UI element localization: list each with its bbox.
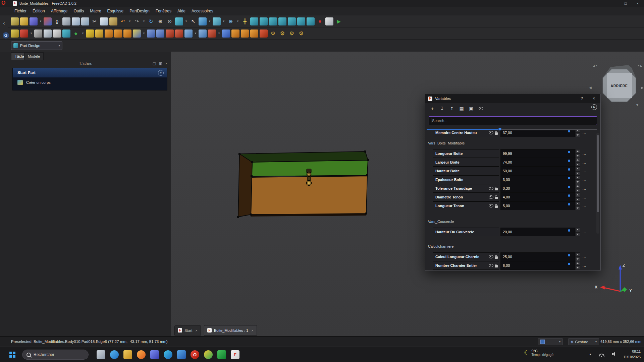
expression-editor-icon[interactable]: {} [53, 17, 61, 25]
copy-icon[interactable] [100, 17, 108, 25]
view-top-icon[interactable] [260, 17, 268, 25]
pocket-icon[interactable] [133, 29, 141, 38]
menu-item[interactable]: Fichier [11, 7, 30, 15]
pocket-dropdown-icon[interactable]: ▾ [142, 29, 146, 38]
mirrored-icon[interactable] [231, 29, 239, 38]
value-spinner[interactable] [575, 252, 580, 261]
rotate-left-icon[interactable]: ↶ [593, 64, 597, 69]
box-model[interactable] [237, 150, 369, 218]
variable-name-cell[interactable]: Largeur Boite [433, 158, 499, 167]
refresh-icon[interactable]: ↻ [147, 17, 155, 25]
file-explorer-icon[interactable] [123, 350, 132, 359]
variable-value-cell[interactable]: 3,00 [500, 175, 575, 184]
view-rear-icon[interactable] [278, 17, 286, 25]
variable-value-cell[interactable]: 74,00 [500, 158, 575, 167]
create-sketch-icon[interactable] [20, 29, 28, 38]
nav-right-icon[interactable]: ► [640, 85, 644, 90]
open-document-icon[interactable] [20, 17, 28, 25]
redo-dropdown-icon[interactable]: ▾ [142, 17, 146, 25]
lock-icon[interactable] [495, 197, 498, 199]
start-button[interactable] [9, 352, 15, 358]
more-button[interactable]: … [580, 158, 588, 167]
chamfer-icon[interactable] [199, 29, 207, 38]
opera-icon[interactable]: O [191, 350, 199, 359]
boolean-icon[interactable] [222, 29, 230, 38]
macro-record-icon[interactable]: ● [316, 17, 324, 25]
sketch-dropdown-icon[interactable]: ▾ [30, 29, 33, 38]
more-button[interactable]: … [580, 228, 588, 236]
additive-helix-icon[interactable] [123, 29, 131, 38]
menu-item[interactable]: PartDesign [126, 7, 152, 15]
wifi-icon[interactable] [599, 354, 604, 357]
dialog-scrollbar[interactable] [596, 133, 599, 234]
save-dropdown-icon[interactable]: ▾ [39, 17, 42, 25]
menu-item[interactable]: Outils [71, 7, 87, 15]
export-icon[interactable]: ↥ [449, 106, 455, 112]
part-icon[interactable] [11, 29, 19, 38]
duplicate-icon[interactable]: ▣ [468, 106, 474, 112]
more-button[interactable]: … [580, 261, 588, 270]
visibility-icon[interactable] [489, 195, 493, 199]
view-left-icon[interactable] [297, 17, 305, 25]
local-coords-icon[interactable] [62, 29, 70, 38]
zoom-icon[interactable]: ⊙ [166, 17, 174, 25]
tray-chevron-icon[interactable]: ▴ [589, 352, 591, 356]
dock-panel-icon[interactable]: ▣ [158, 61, 163, 66]
more-button[interactable]: … [580, 175, 588, 184]
save-document-icon[interactable] [30, 17, 38, 25]
datum-dropdown-icon[interactable]: ▾ [81, 29, 85, 38]
search-input[interactable]: Search... [429, 116, 597, 125]
hole-icon[interactable] [147, 29, 155, 38]
more-button[interactable]: … [580, 184, 588, 193]
more-button[interactable]: … [580, 252, 588, 261]
table-view-icon[interactable]: ▦ [459, 106, 465, 112]
overlay-selector[interactable]: ▾ [538, 338, 563, 345]
revolution-icon[interactable] [95, 29, 103, 38]
gears-icon[interactable]: ⚙ [278, 29, 286, 38]
paste-icon[interactable] [109, 17, 117, 25]
more-button[interactable]: … [580, 193, 588, 201]
navigation-style-selector[interactable]: ◈ Gesture ▾ [568, 338, 599, 345]
volume-icon[interactable] [612, 353, 613, 355]
dialog-help-button[interactable]: ? [581, 96, 583, 101]
import-export-icon[interactable] [44, 17, 52, 25]
macro-play-icon[interactable]: ▶ [335, 17, 343, 25]
zoom-box-icon[interactable]: ⊕ [156, 17, 164, 25]
firefox-icon[interactable] [137, 350, 146, 359]
visibility-icon[interactable] [489, 255, 493, 258]
weather-widget[interactable]: ☾ 9°C Temps dégagé [524, 349, 553, 357]
menu-item[interactable]: Macro [87, 7, 104, 15]
doc-tab-start[interactable]: F Start × [174, 325, 201, 336]
sheets-icon[interactable] [217, 350, 226, 359]
visibility-icon[interactable] [489, 204, 493, 207]
clock[interactable]: 08:11 11/10/2025 [623, 349, 641, 360]
lock-icon[interactable] [495, 265, 498, 267]
axis-cross-icon[interactable]: ╋ [241, 17, 249, 25]
menu-item[interactable]: Aide [174, 7, 189, 15]
macro-edit-icon[interactable] [325, 17, 333, 25]
menu-item[interactable]: Fenêtres [153, 7, 174, 15]
pad-icon[interactable] [86, 29, 94, 38]
lock-icon[interactable] [495, 205, 498, 208]
freecad-icon[interactable]: F [231, 350, 239, 359]
taskbar-search[interactable]: Rechercher [22, 350, 89, 360]
rotate-right-icon[interactable]: ↷ [638, 64, 642, 69]
view-axonometric-icon[interactable] [307, 17, 315, 25]
variable-name-cell[interactable]: Longueur Tenon [433, 201, 499, 210]
value-spinner[interactable] [575, 130, 580, 137]
scrollbar-thumb[interactable] [597, 135, 599, 212]
subtractive-pipe-icon[interactable] [175, 29, 183, 38]
variable-value-cell[interactable]: 5,00 [500, 201, 575, 210]
isometric-view-icon[interactable] [213, 17, 221, 25]
visibility-icon[interactable] [489, 131, 493, 134]
store-icon[interactable] [177, 350, 186, 359]
draft-dropdown-icon[interactable]: ▾ [217, 29, 221, 38]
draft-icon[interactable] [208, 29, 216, 38]
create-datum-icon[interactable] [53, 29, 61, 38]
draw-style-dropdown-icon[interactable]: ▾ [208, 17, 211, 25]
task-view-icon[interactable] [97, 350, 105, 359]
float-panel-icon[interactable]: ▢ [152, 61, 157, 66]
isometric-dropdown-icon[interactable]: ▾ [222, 17, 225, 25]
more-button[interactable]: … [580, 149, 588, 158]
variable-name-cell[interactable]: Hauteur Boite [433, 167, 499, 175]
